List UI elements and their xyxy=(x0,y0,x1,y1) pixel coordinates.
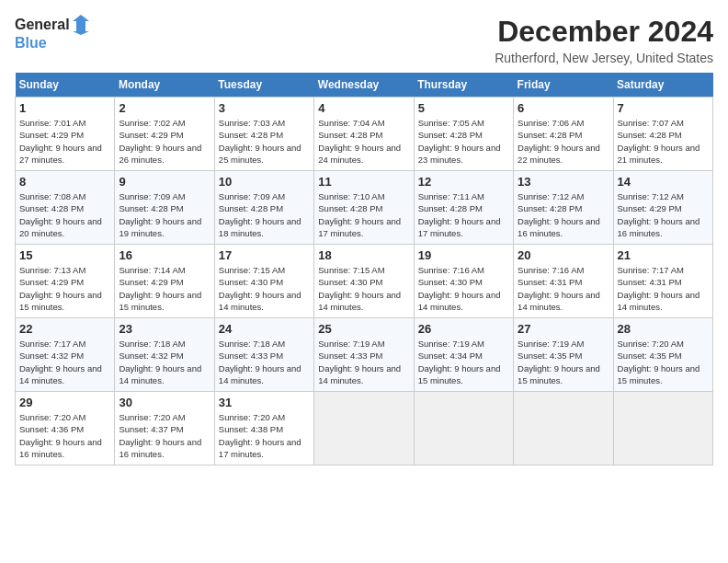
day-number: 22 xyxy=(19,322,110,336)
col-header-sunday: Sunday xyxy=(16,73,115,98)
day-info: Sunrise: 7:15 AM Sunset: 4:30 PM Dayligh… xyxy=(219,264,310,313)
day-info: Sunrise: 7:10 AM Sunset: 4:28 PM Dayligh… xyxy=(318,190,409,239)
daylight-label: Daylight: 9 hours and 25 minutes. xyxy=(219,143,301,165)
daylight-label: Daylight: 9 hours and 21 minutes. xyxy=(618,143,700,165)
col-header-wednesday: Wednesday xyxy=(314,73,414,98)
sunrise-label: Sunrise: 7:18 AM xyxy=(219,339,285,349)
calendar-cell: 11 Sunrise: 7:10 AM Sunset: 4:28 PM Dayl… xyxy=(314,171,414,245)
sunrise-label: Sunrise: 7:08 AM xyxy=(19,191,85,201)
day-number: 7 xyxy=(618,101,709,115)
sunset-label: Sunset: 4:29 PM xyxy=(19,277,84,287)
sunrise-label: Sunrise: 7:09 AM xyxy=(219,191,285,201)
sunrise-label: Sunrise: 7:18 AM xyxy=(119,339,185,349)
day-number: 3 xyxy=(219,101,310,115)
sunrise-label: Sunrise: 7:17 AM xyxy=(618,265,684,275)
sunrise-label: Sunrise: 7:06 AM xyxy=(518,118,584,128)
sunrise-label: Sunrise: 7:02 AM xyxy=(119,118,185,128)
sunset-label: Sunset: 4:28 PM xyxy=(618,130,682,140)
sunrise-label: Sunrise: 7:16 AM xyxy=(518,265,584,275)
day-number: 21 xyxy=(618,248,709,262)
sunrise-label: Sunrise: 7:05 AM xyxy=(418,118,484,128)
calendar-cell: 22 Sunrise: 7:17 AM Sunset: 4:32 PM Dayl… xyxy=(16,318,115,392)
calendar-cell: 15 Sunrise: 7:13 AM Sunset: 4:29 PM Dayl… xyxy=(16,245,115,318)
week-row-4: 22 Sunrise: 7:17 AM Sunset: 4:32 PM Dayl… xyxy=(16,318,713,392)
calendar-cell: 6 Sunrise: 7:06 AM Sunset: 4:28 PM Dayli… xyxy=(514,98,613,171)
day-info: Sunrise: 7:02 AM Sunset: 4:29 PM Dayligh… xyxy=(119,117,210,166)
sunset-label: Sunset: 4:28 PM xyxy=(418,203,483,213)
day-info: Sunrise: 7:17 AM Sunset: 4:32 PM Dayligh… xyxy=(19,338,110,386)
sunrise-label: Sunrise: 7:19 AM xyxy=(418,339,484,349)
sunrise-label: Sunrise: 7:11 AM xyxy=(418,191,484,201)
calendar-header-row: SundayMondayTuesdayWednesdayThursdayFrid… xyxy=(16,73,713,98)
calendar-table: SundayMondayTuesdayWednesdayThursdayFrid… xyxy=(15,73,713,465)
daylight-label: Daylight: 9 hours and 26 minutes. xyxy=(119,143,201,165)
day-info: Sunrise: 7:19 AM Sunset: 4:33 PM Dayligh… xyxy=(318,338,409,386)
calendar-cell: 13 Sunrise: 7:12 AM Sunset: 4:28 PM Dayl… xyxy=(514,171,613,245)
calendar-cell: 8 Sunrise: 7:08 AM Sunset: 4:28 PM Dayli… xyxy=(16,171,115,245)
daylight-label: Daylight: 9 hours and 16 minutes. xyxy=(518,216,600,238)
sunset-label: Sunset: 4:38 PM xyxy=(219,424,283,434)
day-number: 5 xyxy=(418,101,509,115)
sunset-label: Sunset: 4:28 PM xyxy=(418,130,483,140)
day-info: Sunrise: 7:09 AM Sunset: 4:28 PM Dayligh… xyxy=(219,190,310,239)
sunset-label: Sunset: 4:28 PM xyxy=(19,203,84,213)
col-header-saturday: Saturday xyxy=(613,73,712,98)
day-number: 26 xyxy=(418,322,509,336)
week-row-2: 8 Sunrise: 7:08 AM Sunset: 4:28 PM Dayli… xyxy=(16,171,713,245)
header: General Blue December 2024 Rutherford, N… xyxy=(15,15,713,65)
calendar-cell: 5 Sunrise: 7:05 AM Sunset: 4:28 PM Dayli… xyxy=(414,98,513,171)
sunrise-label: Sunrise: 7:20 AM xyxy=(119,412,185,422)
day-info: Sunrise: 7:16 AM Sunset: 4:31 PM Dayligh… xyxy=(518,264,609,313)
calendar-cell xyxy=(414,392,513,465)
day-info: Sunrise: 7:19 AM Sunset: 4:35 PM Dayligh… xyxy=(518,338,609,386)
calendar-cell: 1 Sunrise: 7:01 AM Sunset: 4:29 PM Dayli… xyxy=(16,98,115,171)
sunset-label: Sunset: 4:28 PM xyxy=(219,130,283,140)
daylight-label: Daylight: 9 hours and 15 minutes. xyxy=(19,290,102,312)
sunset-label: Sunset: 4:32 PM xyxy=(119,350,183,361)
calendar-cell: 20 Sunrise: 7:16 AM Sunset: 4:31 PM Dayl… xyxy=(514,245,613,318)
sunrise-label: Sunrise: 7:13 AM xyxy=(19,265,85,275)
sunrise-label: Sunrise: 7:09 AM xyxy=(119,191,185,201)
calendar-cell: 16 Sunrise: 7:14 AM Sunset: 4:29 PM Dayl… xyxy=(115,245,214,318)
daylight-label: Daylight: 9 hours and 24 minutes. xyxy=(318,143,401,165)
sunrise-label: Sunrise: 7:03 AM xyxy=(219,118,285,128)
daylight-label: Daylight: 9 hours and 15 minutes. xyxy=(418,363,501,385)
sunset-label: Sunset: 4:29 PM xyxy=(19,130,84,140)
sunset-label: Sunset: 4:30 PM xyxy=(219,277,283,287)
daylight-label: Daylight: 9 hours and 14 minutes. xyxy=(219,363,301,385)
sunset-label: Sunset: 4:28 PM xyxy=(219,203,283,213)
day-number: 30 xyxy=(119,396,210,409)
daylight-label: Daylight: 9 hours and 16 minutes. xyxy=(618,216,700,238)
daylight-label: Daylight: 9 hours and 19 minutes. xyxy=(119,216,201,238)
sunset-label: Sunset: 4:33 PM xyxy=(219,350,283,361)
month-title: December 2024 xyxy=(495,15,713,49)
sunset-label: Sunset: 4:29 PM xyxy=(119,277,183,287)
day-info: Sunrise: 7:14 AM Sunset: 4:29 PM Dayligh… xyxy=(119,264,210,313)
day-info: Sunrise: 7:11 AM Sunset: 4:28 PM Dayligh… xyxy=(418,190,509,239)
daylight-label: Daylight: 9 hours and 15 minutes. xyxy=(119,290,201,312)
daylight-label: Daylight: 9 hours and 18 minutes. xyxy=(219,216,301,238)
daylight-label: Daylight: 9 hours and 17 minutes. xyxy=(219,437,301,459)
sunset-label: Sunset: 4:36 PM xyxy=(19,424,84,434)
day-info: Sunrise: 7:13 AM Sunset: 4:29 PM Dayligh… xyxy=(19,264,110,313)
day-number: 20 xyxy=(518,248,609,262)
daylight-label: Daylight: 9 hours and 14 minutes. xyxy=(318,363,401,385)
sunset-label: Sunset: 4:29 PM xyxy=(119,130,183,140)
day-number: 6 xyxy=(518,101,609,115)
day-number: 18 xyxy=(318,248,409,262)
day-number: 25 xyxy=(318,322,409,336)
day-number: 24 xyxy=(219,322,310,336)
sunrise-label: Sunrise: 7:01 AM xyxy=(19,118,85,128)
daylight-label: Daylight: 9 hours and 17 minutes. xyxy=(318,216,401,238)
calendar-cell xyxy=(613,392,712,465)
calendar-cell: 4 Sunrise: 7:04 AM Sunset: 4:28 PM Dayli… xyxy=(314,98,414,171)
col-header-thursday: Thursday xyxy=(414,73,513,98)
calendar-cell: 19 Sunrise: 7:16 AM Sunset: 4:30 PM Dayl… xyxy=(414,245,513,318)
calendar-cell: 12 Sunrise: 7:11 AM Sunset: 4:28 PM Dayl… xyxy=(414,171,513,245)
daylight-label: Daylight: 9 hours and 16 minutes. xyxy=(19,437,102,459)
daylight-label: Daylight: 9 hours and 14 minutes. xyxy=(19,363,102,385)
day-number: 4 xyxy=(318,101,409,115)
sunset-label: Sunset: 4:37 PM xyxy=(119,424,183,434)
day-number: 15 xyxy=(19,248,110,262)
daylight-label: Daylight: 9 hours and 14 minutes. xyxy=(219,290,301,312)
